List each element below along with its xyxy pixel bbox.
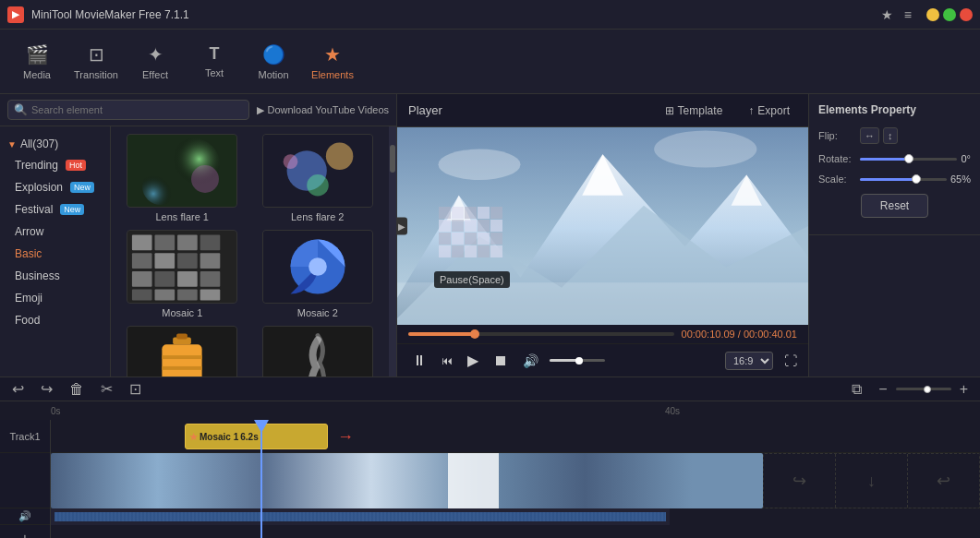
mosaic-cell [439, 220, 451, 232]
svg-rect-13 [200, 235, 221, 251]
smoke-preview[interactable] [262, 326, 373, 377]
empty-cell-1[interactable]: ↪ [764, 454, 836, 508]
arrow-label: Arrow [15, 225, 43, 238]
tool-motion[interactable]: 🔵 Motion [244, 34, 303, 90]
fullscreen-button[interactable]: ⛶ [784, 353, 797, 368]
maximize-button[interactable] [943, 8, 956, 21]
video-container[interactable]: Pause(Space) ▶ [397, 127, 808, 325]
redo-button[interactable]: ↪ [36, 377, 57, 401]
progress-fill [408, 332, 475, 336]
mosaic-2-preview[interactable] [262, 230, 373, 304]
mosaic-1-preview[interactable] [127, 230, 237, 304]
audio-track [51, 508, 670, 525]
stop-button[interactable]: ⏹ [490, 351, 512, 371]
media-label: Media [23, 69, 51, 80]
svg-point-28 [309, 257, 327, 276]
video-strip[interactable] [51, 453, 763, 508]
mute-button[interactable]: 🔊 [519, 352, 542, 370]
collapse-panel-button[interactable]: ▶ [397, 218, 407, 235]
prev-frame-button[interactable]: ⏮ [438, 353, 456, 369]
progress-bar[interactable] [408, 332, 674, 336]
element-lens-flare-1[interactable]: Lens flare 1 [118, 134, 247, 222]
search-box[interactable]: 🔍 [7, 100, 249, 120]
cut-button[interactable]: ✂ [96, 377, 117, 401]
crop-button[interactable]: ⊡ [125, 377, 146, 401]
pause-button[interactable]: ⏸ [408, 351, 430, 371]
flip-control: ↔ ↕ [860, 127, 971, 144]
scale-control[interactable] [860, 178, 947, 181]
search-input[interactable] [31, 104, 243, 115]
rotate-slider[interactable] [860, 158, 957, 161]
play-button[interactable]: ▶ [464, 350, 482, 371]
sidebar-item-emoji[interactable]: Emoji [0, 287, 110, 309]
text-label: Text [205, 67, 224, 78]
player-timeline-bar[interactable]: 00:00:10.09 / 00:00:40.01 [397, 325, 808, 343]
mosaic-cell [478, 245, 490, 257]
mosaic-element-block[interactable]: ★ Mosaic 1 6.2s [185, 424, 328, 449]
svg-rect-31 [163, 355, 202, 359]
zoom-slider[interactable] [896, 388, 951, 390]
video-strip-gap [448, 453, 499, 508]
empty-cell-3[interactable]: ↩ [908, 454, 979, 508]
rotate-thumb[interactable] [904, 154, 913, 163]
element-barrel[interactable]: Barrel [118, 326, 247, 377]
grid-scrollbar[interactable] [389, 126, 396, 377]
sidebar-item-food[interactable]: Food [0, 309, 110, 331]
lens-flare-1-preview[interactable] [127, 134, 237, 208]
lens-flare-2-label: Lens flare 2 [291, 211, 344, 222]
svg-point-8 [283, 154, 297, 169]
zoom-out-button[interactable]: − [874, 378, 891, 401]
tool-transition[interactable]: ⊡ Transition [67, 34, 126, 90]
flip-horizontal-button[interactable]: ↔ [860, 127, 879, 144]
split-icon[interactable]: ⧉ [847, 378, 866, 401]
empty-cell-2[interactable]: ↓ [836, 454, 908, 508]
element-mosaic-2[interactable]: Mosaic 2 [254, 230, 382, 318]
template-button[interactable]: ⊞ Template [658, 101, 731, 121]
zoom-thumb[interactable] [924, 386, 931, 393]
sidebar-item-trending[interactable]: Trending Hot [0, 154, 110, 176]
export-button[interactable]: ↑ Export [741, 101, 797, 121]
download-youtube-button[interactable]: ▶ Download YouTube Videos [257, 104, 390, 116]
element-lens-flare-2[interactable]: Lens flare 2 [254, 134, 382, 222]
sidebar-item-explosion[interactable]: Explosion New [0, 176, 110, 198]
element-mosaic-1[interactable]: Mosaic 1 [118, 230, 247, 318]
delete-button[interactable]: 🗑 [65, 378, 89, 401]
mosaic-cell [452, 220, 464, 232]
search-icon: 🔍 [14, 103, 28, 116]
sidebar-all-header[interactable]: ▼ All(307) [0, 134, 110, 154]
sidebar-item-arrow[interactable]: Arrow [0, 221, 110, 243]
basic-label: Basic [15, 247, 42, 260]
tool-text[interactable]: T Text [185, 34, 244, 90]
svg-point-7 [307, 174, 329, 197]
sidebar-item-festival[interactable]: Festival New [0, 198, 110, 221]
sidebar-item-business[interactable]: Business [0, 265, 110, 287]
empty-track-cells: ↪ ↓ ↩ [763, 453, 980, 508]
food-label: Food [15, 314, 40, 327]
flip-vertical-button[interactable]: ↕ [883, 127, 898, 144]
tool-effect[interactable]: ✦ Effect [126, 34, 185, 90]
lens-flare-2-preview[interactable] [262, 134, 373, 208]
reset-button[interactable]: Reset [861, 194, 928, 218]
progress-thumb[interactable] [470, 329, 479, 339]
grid-scroll-thumb[interactable] [390, 145, 395, 173]
scale-slider[interactable] [860, 178, 947, 181]
volume-bar[interactable] [550, 359, 605, 362]
rotate-control[interactable] [860, 158, 957, 161]
tool-elements[interactable]: ★ Elements [303, 34, 362, 90]
effect-icon: ✦ [148, 43, 163, 66]
sidebar-item-basic[interactable]: Basic [0, 243, 110, 265]
volume-thumb[interactable] [575, 357, 583, 365]
zoom-in-button[interactable]: + [955, 378, 973, 401]
tool-media[interactable]: 🎬 Media [7, 34, 67, 90]
mosaic-cell [478, 233, 490, 245]
mosaic-1-label: Mosaic 1 [162, 307, 202, 318]
element-smoke[interactable]: Smoke [254, 326, 382, 377]
barrel-preview[interactable] [127, 326, 237, 377]
mosaic-cell [465, 245, 477, 257]
scale-thumb[interactable] [912, 174, 921, 184]
undo-button[interactable]: ↩ [7, 377, 29, 401]
minimize-button[interactable] [926, 8, 939, 21]
aspect-ratio-select[interactable]: 16:9 4:3 1:1 [725, 352, 773, 370]
close-button[interactable] [960, 8, 973, 21]
window-controls[interactable] [926, 8, 973, 21]
